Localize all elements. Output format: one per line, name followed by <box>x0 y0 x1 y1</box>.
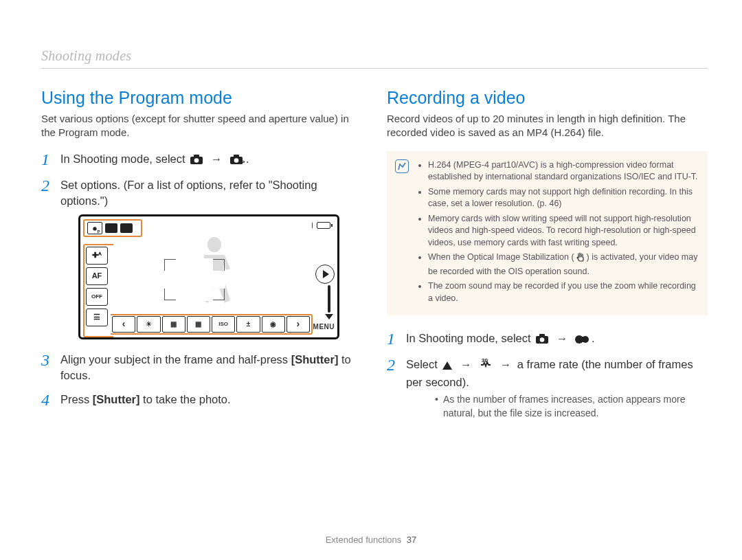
step-4-pre: Press <box>60 393 93 405</box>
iso-icon: ISO <box>218 320 228 328</box>
shutter-key-1: [Shutter] <box>291 353 339 366</box>
rstep-2: Select → 30 → a frame rate (the number o… <box>387 357 708 420</box>
note-item-2: Some memory cards may not support high d… <box>428 186 698 210</box>
steps-left: In Shooting mode, select → P . Set optio… <box>41 151 362 408</box>
intro-left: Set various options (except for shutter … <box>41 112 362 140</box>
face-icon: ◉ <box>270 320 276 329</box>
flash-auto-button[interactable]: ✚ᴬ <box>86 247 108 265</box>
rstep-2-sub-item: As the number of frames increases, actio… <box>435 393 708 420</box>
svg-rect-4 <box>234 155 239 157</box>
intro-right: Record videos of up to 20 minutes in len… <box>387 112 708 140</box>
status-bar: I <box>311 221 330 231</box>
toolbar-res-button[interactable]: ▦ <box>162 316 186 333</box>
note-list: H.264 (MPEG-4 part10/AVC) is a high-comp… <box>418 159 698 305</box>
timer-button[interactable]: OFF <box>86 288 108 306</box>
bottom-toolbar: ‹ ☀ ▦ ▦ ISO ± ◉ › <box>111 314 313 335</box>
camera-icon <box>190 153 203 169</box>
note-item-3: Memory cards with slow writing speed wil… <box>428 213 698 249</box>
svg-point-5 <box>234 158 239 163</box>
step-2-text: Set options. (For a list of options, ref… <box>60 179 317 207</box>
step-3-pre: Align your subject in the frame and half… <box>60 353 291 366</box>
note-4-pre: When the Optical Image Stabilization ( <box>428 252 574 262</box>
right-column: Recording a video Record videos of up to… <box>387 88 708 428</box>
arrow-icon: → <box>500 358 512 370</box>
status-letter: I <box>311 221 314 231</box>
display-icon: ☰ <box>93 312 100 322</box>
af-frame-icon <box>164 259 225 300</box>
toolbar-face-button[interactable]: ◉ <box>262 316 285 333</box>
svg-text:P: P <box>241 159 245 165</box>
shutter-key-2: [Shutter] <box>93 393 140 405</box>
mode-thumb-icon: P <box>87 222 102 234</box>
mode-solid2-icon <box>120 223 133 233</box>
camera-p-icon: P <box>229 153 245 169</box>
top-highlight: P <box>83 219 142 237</box>
note-item-4: When the Optical Image Stabilization () … <box>428 251 698 278</box>
camera-icon <box>535 333 549 348</box>
res-icon: ▦ <box>170 320 177 329</box>
arrow-icon: → <box>556 332 568 344</box>
toolbar-prev-button[interactable]: ‹ <box>112 316 135 333</box>
note-icon <box>395 159 409 173</box>
page-footer: Extended functions 37 <box>0 535 742 545</box>
flash-auto-label: ✚ᴬ <box>92 250 102 260</box>
mode-solid-icon <box>105 223 117 233</box>
up-triangle-icon <box>442 359 453 374</box>
play-icon <box>323 270 329 278</box>
section-title-left: Using the Program mode <box>41 88 362 108</box>
rstep-1: In Shooting mode, select → . <box>387 331 708 348</box>
svg-rect-1 <box>194 155 199 157</box>
note-item-1: H.264 (MPEG-4 part10/AVC) is a high-comp… <box>428 159 698 183</box>
camera-preview: P I <box>78 214 339 339</box>
ois-hand-icon <box>576 252 585 266</box>
step-3: Align your subject in the frame and half… <box>41 352 362 383</box>
page-number: 37 <box>407 535 416 545</box>
toolbar-ev-button[interactable]: ± <box>236 316 260 333</box>
scroll-down-icon <box>325 314 333 320</box>
qual-icon: ▦ <box>195 320 201 329</box>
toolbar-wb-button[interactable]: ☀ <box>137 316 160 333</box>
battery-icon <box>317 222 330 229</box>
af-mode-label: AF <box>92 271 102 281</box>
playback-button[interactable] <box>315 265 335 284</box>
note-box: H.264 (MPEG-4 part10/AVC) is a high-comp… <box>387 151 708 316</box>
step-1-text: In Shooting mode, select <box>60 153 188 165</box>
arrow-icon: → <box>211 153 223 165</box>
scrollbar[interactable] <box>328 285 330 313</box>
af-mode-button[interactable]: AF <box>86 267 108 285</box>
rstep-1-text: In Shooting mode, select <box>406 332 534 344</box>
svg-rect-14 <box>576 337 587 342</box>
chevron-left-icon: ‹ <box>122 317 126 331</box>
chevron-right-icon: › <box>297 317 300 331</box>
rstep-2-pre: Select <box>406 358 440 370</box>
breadcrumb: Shooting modes <box>41 48 708 69</box>
wb-icon: ☀ <box>146 320 152 329</box>
timer-label: OFF <box>91 293 102 300</box>
footer-label: Extended functions <box>326 535 402 545</box>
svg-point-2 <box>194 158 199 163</box>
svg-rect-10 <box>539 334 545 337</box>
step-4-post: to take the photo. <box>140 393 231 405</box>
step-1: In Shooting mode, select → P . <box>41 151 362 169</box>
framerate-30-icon: 30 <box>479 357 493 374</box>
ev-icon: ± <box>247 320 251 329</box>
steps-right: In Shooting mode, select → . Select → <box>387 331 708 420</box>
left-column: Using the Program mode Set various optio… <box>41 88 362 428</box>
step-4: Press [Shutter] to take the photo. <box>41 392 362 407</box>
note-item-5: The zoom sound may be recorded if you us… <box>428 280 698 304</box>
svg-text:P: P <box>98 229 100 234</box>
svg-point-11 <box>540 337 545 342</box>
display-button[interactable]: ☰ <box>86 309 108 326</box>
columns: Using the Program mode Set various optio… <box>41 88 708 428</box>
menu-label[interactable]: MENU <box>313 322 335 332</box>
left-button-column: ✚ᴬ AF OFF ☰ <box>86 247 108 326</box>
section-title-right: Recording a video <box>387 88 708 108</box>
toolbar-qual-button[interactable]: ▦ <box>187 316 210 333</box>
svg-point-7 <box>93 227 96 230</box>
toolbar-iso-button[interactable]: ISO <box>212 316 235 333</box>
arrow-icon: → <box>460 358 472 370</box>
manual-page: Shooting modes Using the Program mode Se… <box>0 0 742 560</box>
toolbar-next-button[interactable]: › <box>286 316 310 333</box>
step-2: Set options. (For a list of options, ref… <box>41 177 362 339</box>
video-icon <box>575 333 590 348</box>
